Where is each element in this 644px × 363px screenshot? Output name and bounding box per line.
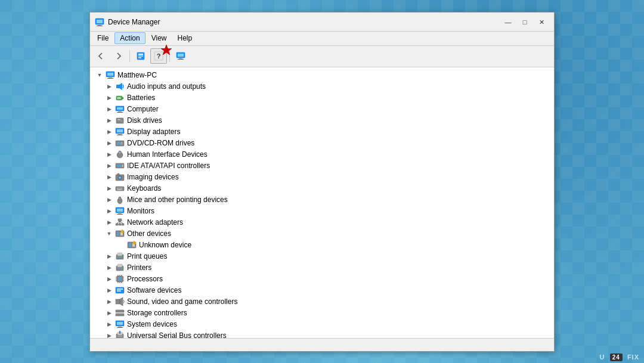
diskdrives-label: Disk drives: [127, 115, 162, 126]
svg-rect-29: [117, 119, 120, 120]
minimize-button[interactable]: —: [500, 16, 516, 28]
expand-icon-audio[interactable]: [104, 82, 114, 91]
batteries-label: Batteries: [127, 92, 155, 104]
expand-icon-system[interactable]: [104, 319, 114, 329]
computer-row[interactable]: Computer: [90, 104, 554, 115]
maximize-button[interactable]: □: [517, 16, 532, 28]
svg-point-49: [119, 177, 120, 178]
dvd-row[interactable]: DVD/CD-ROM drives: [90, 138, 554, 149]
storage-row[interactable]: Storage controllers: [90, 308, 554, 319]
svg-rect-23: [119, 97, 120, 99]
expand-icon-root[interactable]: [95, 70, 104, 80]
menu-file[interactable]: File: [92, 33, 113, 44]
expand-icon-imaging[interactable]: [104, 172, 114, 182]
svg-rect-114: [117, 322, 123, 325]
help-button[interactable]: ?: [150, 48, 167, 64]
svg-rect-54: [120, 188, 121, 189]
processors-row[interactable]: Processors: [90, 274, 554, 285]
monitors-label: Monitors: [127, 206, 154, 217]
audio-row[interactable]: Audio inputs and outputs: [90, 81, 554, 92]
back-button[interactable]: [92, 48, 109, 64]
list-item: IDE ATA/ATAPI controllers: [90, 160, 554, 172]
expand-icon-disk[interactable]: [104, 116, 114, 125]
expand-icon-storage[interactable]: [104, 308, 114, 318]
mice-row[interactable]: Mice and other pointing devices: [90, 194, 554, 206]
expand-icon-dvd[interactable]: [104, 138, 114, 148]
tree-root-item: Matthew-PC: [90, 70, 554, 81]
svg-rect-19: [116, 85, 119, 88]
properties-button[interactable]: [132, 48, 149, 64]
expand-icon-display[interactable]: [104, 127, 114, 136]
diskdrives-row[interactable]: Disk drives: [90, 115, 554, 126]
batteries-row[interactable]: Batteries: [90, 92, 554, 104]
list-item: Processors: [90, 274, 554, 285]
software-row[interactable]: Software devices: [90, 285, 554, 296]
svg-point-31: [121, 120, 122, 122]
close-button[interactable]: ✕: [534, 16, 549, 28]
expand-icon-network[interactable]: [104, 218, 114, 227]
storage-icon: [115, 308, 125, 318]
expand-icon-other[interactable]: [104, 229, 114, 238]
hid-icon: [115, 150, 125, 159]
monitor-button[interactable]: [172, 48, 189, 64]
imaging-row[interactable]: Imaging devices: [90, 172, 554, 183]
expand-icon-usb[interactable]: [104, 331, 114, 338]
menu-view[interactable]: View: [147, 33, 172, 44]
expand-icon-printqueues[interactable]: [104, 252, 114, 261]
mouse-icon: [115, 195, 125, 204]
svg-rect-115: [118, 327, 122, 327]
system-row[interactable]: System devices: [90, 319, 554, 330]
menu-action[interactable]: Action: [114, 32, 145, 44]
title-bar-left: Device Manager: [95, 17, 160, 27]
list-item: Display adapters: [90, 126, 554, 138]
expand-icon-processors[interactable]: [104, 274, 114, 284]
svg-rect-63: [117, 209, 123, 212]
expand-icon-batteries[interactable]: [104, 93, 114, 103]
list-item: Printers: [90, 262, 554, 274]
other-devices-row[interactable]: ! Other devices: [90, 228, 554, 240]
usb-row[interactable]: Universal Serial Bus controllers: [90, 330, 554, 338]
expand-icon-mice[interactable]: [104, 195, 114, 204]
monitor-device-icon: [115, 206, 125, 216]
expand-icon-monitors[interactable]: [104, 206, 114, 216]
menu-help[interactable]: Help: [173, 33, 197, 44]
imaging-label: Imaging devices: [127, 172, 179, 183]
keyboards-row[interactable]: Keyboards: [90, 183, 554, 194]
matthew-pc-row[interactable]: Matthew-PC: [92, 70, 554, 81]
list-item: Computer: [90, 104, 554, 115]
network-label: Network adapters: [127, 217, 183, 228]
svg-rect-65: [117, 214, 123, 215]
display-row[interactable]: Display adapters: [90, 126, 554, 138]
svg-rect-57: [118, 190, 121, 191]
svg-rect-13: [179, 58, 182, 59]
expand-icon-software[interactable]: [104, 286, 114, 295]
expand-icon-ide[interactable]: [104, 161, 114, 170]
ide-label: IDE ATA/ATAPI controllers: [127, 160, 210, 172]
printqueues-row[interactable]: Print queues: [90, 251, 554, 262]
network-row[interactable]: Network adapters: [90, 217, 554, 228]
expand-icon-keyboards[interactable]: [104, 184, 114, 193]
expand-icon-sound[interactable]: [104, 297, 114, 306]
expand-icon-hid[interactable]: [104, 150, 114, 159]
sound-row[interactable]: Sound, video and game controllers: [90, 296, 554, 308]
svg-rect-56: [117, 190, 118, 191]
printers-row[interactable]: Printers: [90, 262, 554, 274]
forward-button[interactable]: [110, 48, 127, 64]
app-icon: [95, 17, 104, 27]
unknown-device-row[interactable]: ! Unknown device: [90, 240, 554, 251]
svg-rect-55: [122, 188, 123, 189]
device-tree-content[interactable]: Matthew-PC Audio inputs and outputs: [90, 67, 554, 338]
svg-rect-79: [129, 243, 131, 247]
root-label: Matthew-PC: [117, 70, 157, 81]
svg-rect-21: [122, 97, 123, 99]
hid-row[interactable]: Human Interface Devices: [90, 149, 554, 160]
svg-text:!: !: [134, 242, 134, 244]
window-controls: — □ ✕: [500, 16, 549, 28]
expand-icon-computer[interactable]: [104, 104, 114, 114]
ide-row[interactable]: IDE ATA/ATAPI controllers: [90, 160, 554, 172]
printqueues-label: Print queues: [127, 251, 167, 262]
monitors-row[interactable]: Monitors: [90, 206, 554, 217]
svg-rect-17: [109, 77, 112, 78]
list-item: Storage controllers: [90, 308, 554, 319]
expand-icon-printers[interactable]: [104, 263, 114, 272]
